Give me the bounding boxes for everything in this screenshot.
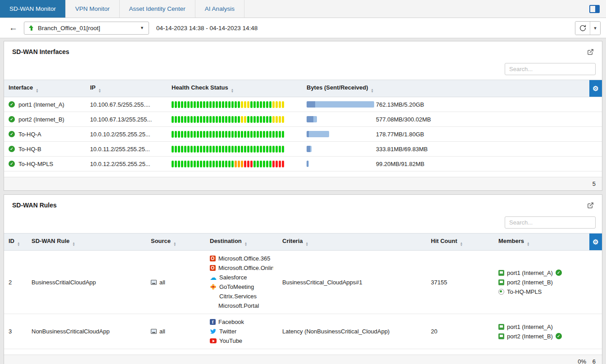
member-item: port1 (Internet_A) [498,323,597,331]
bytes-wrap: 333.81MB/69.83MB [307,146,597,153]
health-bar-segment [279,116,281,123]
table-settings-gear-icon[interactable]: ⚙ [589,234,602,251]
sort-icon: ▲▼ [98,88,101,93]
interface-row[interactable]: ✓To-HQ-A10.0.10.2/255.255.25...178.77MB/… [4,127,602,142]
health-check-cell [167,112,302,127]
health-bar-segment [235,146,237,153]
health-bar-segment [228,131,231,138]
rules-search-input[interactable] [505,216,596,229]
column-label: Members [498,238,524,244]
interface-row[interactable]: ✓To-HQ-MPLS10.0.12.2/255.255.25...99.20M… [4,157,602,171]
column-header-ip[interactable]: IP▲▼ [86,80,167,97]
toolbar-button-group: ▾ [575,21,601,35]
health-bar-segment [257,146,259,153]
health-bar-segment [219,116,221,123]
source-item: all [151,278,201,287]
interfaces-popout-icon[interactable] [587,49,594,55]
health-check-cell [167,97,302,112]
destination-label: Microsoft.Office.Online [218,265,273,271]
health-bar-segment [244,101,246,108]
health-bar-segment [244,161,246,167]
column-header-members[interactable]: Members▲▼ [494,234,589,251]
health-check-cell [167,127,302,142]
toolbar-dropdown-button[interactable]: ▾ [590,22,600,35]
device-selector-value: Branch_Office_01[root] [38,25,100,31]
tab-ai-analysis[interactable]: AI Analysis [195,0,244,18]
tab-sd-wan-monitor[interactable]: SD-WAN Monitor [0,0,66,18]
health-bar-segment [282,131,284,138]
column-header-criteria[interactable]: Criteria▲▼ [278,234,426,251]
bytes-bar [307,131,375,137]
bytes-cell: 762.13MB/5.20GB [302,97,602,112]
rules-popout-icon[interactable] [587,202,594,209]
health-bar-segment [260,146,262,153]
column-header-health-check-status[interactable]: Health Check Status▲▼ [167,80,302,97]
table-settings-gear-icon[interactable]: ⚙ [589,80,602,97]
back-button[interactable]: ← [5,23,22,33]
health-bar-segment [194,101,196,108]
health-bar-segment [269,146,271,153]
source-label: all [159,328,165,335]
health-bar-segment [244,131,246,138]
column-header-id[interactable]: ID▲▼ [4,234,27,251]
health-bar-segment [260,161,262,167]
panel-toggle-button[interactable] [589,5,600,13]
health-bar-segment [241,131,243,138]
interfaces-table: Interface▲▼IP▲▼Health Check Status▲▼Byte… [4,80,602,171]
health-bar-segment [216,101,218,108]
device-selector[interactable]: Branch_Office_01[root] ▼ [24,22,149,35]
column-header-destination[interactable]: Destination▲▼ [205,234,278,251]
bytes-bar [307,146,375,152]
refresh-button[interactable] [575,22,590,35]
interfaces-search-input[interactable] [505,63,596,75]
health-bar-segment [222,146,224,153]
health-bar-segment [200,116,202,123]
host-icon [151,280,157,285]
bytes-cell: 178.77MB/1.80GB [302,127,602,142]
rule-row[interactable]: 2BusinessCritialCloudAppallOMicrosoft.Of… [4,251,602,314]
health-bar-segment [247,131,249,138]
interface-cell: ✓To-HQ-MPLS [4,157,86,171]
health-bar-segment [260,116,262,123]
health-bar-segment [266,161,268,167]
column-label: Destination [210,238,242,244]
column-header-interface[interactable]: Interface▲▼ [4,80,86,97]
interface-row[interactable]: ✓To-HQ-B10.0.11.2/255.255.25...333.81MB/… [4,142,602,157]
member-item: port1 (Internet_A)✓ [498,269,597,277]
member-label: port1 (Internet_A) [507,270,553,276]
health-bar-segment [231,161,234,167]
column-header-sd-wan-rule[interactable]: SD-WAN Rule▲▼ [27,234,146,251]
port-icon [498,333,504,339]
health-bar-segment [238,161,240,167]
health-bar-segment [238,101,240,108]
sort-icon: ▲▼ [371,88,374,93]
column-header-source[interactable]: Source▲▼ [146,234,205,251]
health-bar-segment [213,146,215,153]
health-bar-segment [247,161,249,167]
rule-hitcount-cell: 37155 [426,251,494,314]
interface-row[interactable]: ✓port1 (Internet_A)10.100.67.5/255.255..… [4,97,602,112]
health-bar-segment [279,131,281,138]
column-header-hit-count[interactable]: Hit Count▲▼ [426,234,494,251]
column-header-bytes-sent-received[interactable]: Bytes (Sent/Received)▲▼ [302,80,589,97]
destination-list: OMicrosoft.Office.365OMicrosoft.Office.O… [210,254,273,310]
port-icon [498,324,504,330]
tab-asset-identity-center[interactable]: Asset Identity Center [120,0,195,18]
bytes-wrap: 99.20MB/91.82MB [307,161,597,167]
rule-row[interactable]: 3NonBusinessCriticalCloudAppallfFacebook… [4,314,602,349]
health-bar-segment [190,146,193,153]
status-up-icon: ✓ [9,101,15,108]
health-bar-segment [241,146,243,153]
bytes-value: 99.20MB/91.82MB [376,161,425,167]
health-bar-segment [225,146,227,153]
health-bar-segment [238,146,240,153]
tab-vpn-monitor[interactable]: VPN Monitor [66,0,120,18]
interface-row[interactable]: ✓port2 (Internet_B)10.100.67.13/255.255.… [4,112,602,127]
health-bar-segment [260,101,262,108]
health-bar-segment [209,101,212,108]
health-bar-segment [222,161,224,167]
rule-name-cell: NonBusinessCriticalCloudApp [27,314,146,349]
health-bar-segment [250,131,253,138]
destination-item: GoToMeeting [210,283,273,291]
health-bar-segment [253,146,256,153]
